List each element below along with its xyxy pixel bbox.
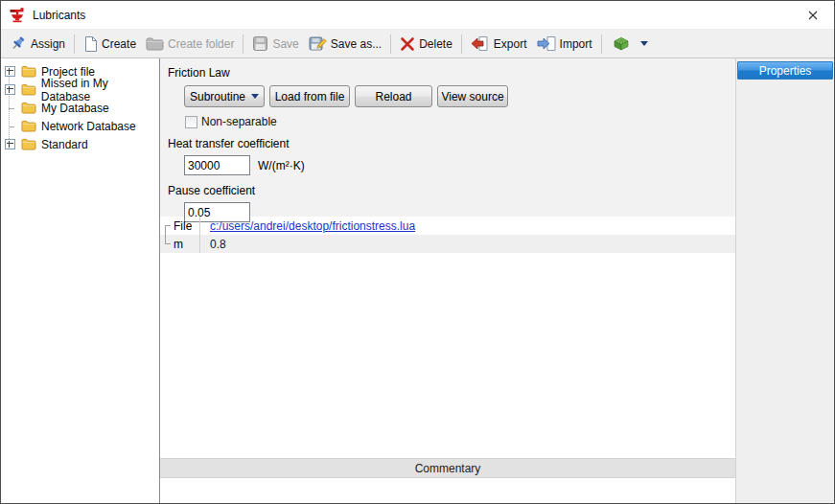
export-icon [471, 35, 490, 52]
folder-icon [21, 102, 36, 114]
close-icon [807, 10, 819, 21]
heat-transfer-unit: W/(m²·K) [258, 159, 305, 172]
friction-law-label: Friction Law [168, 66, 735, 80]
button-label: View source [441, 90, 503, 103]
folder-icon [21, 83, 36, 96]
plugins-button[interactable] [606, 33, 653, 55]
button-label: Reload [375, 90, 411, 103]
heat-transfer-input[interactable] [184, 155, 250, 175]
dropdown-caret-icon [640, 41, 648, 46]
tree-item-standard[interactable]: Standard [1, 135, 159, 153]
lubricant-editor-panel: Friction Law Subroutine Load from file R… [160, 58, 735, 503]
expand-plus-icon[interactable] [5, 139, 15, 149]
tree-item-label: Standard [41, 138, 88, 151]
toolbar-label: Delete [419, 37, 452, 51]
assign-button[interactable]: Assign [5, 33, 70, 55]
new-file-icon [83, 35, 98, 53]
pushpin-icon [10, 35, 27, 52]
app-icon [9, 7, 26, 24]
toolbar-label: Create [102, 37, 136, 51]
toolbar-separator [461, 34, 462, 54]
toolbar-label: Save [272, 37, 298, 51]
dropdown-caret-icon [251, 94, 259, 99]
subroutine-dropdown-button[interactable]: Subroutine [184, 85, 265, 107]
param-tree-line [165, 225, 166, 243]
folder-icon [21, 120, 36, 132]
param-row-file: File c:/users/andrei/desktop/frictionstr… [160, 217, 735, 235]
tree-item-label: Network Database [41, 120, 136, 133]
title-bar: Lubricants [1, 1, 834, 30]
save-button[interactable]: Save [247, 33, 303, 55]
toolbar-separator [74, 34, 75, 54]
toolbar: Assign Create Create folder Save [1, 30, 834, 58]
expand-plus-icon[interactable] [5, 66, 15, 77]
toolbar-separator [601, 34, 602, 54]
delete-button[interactable]: Delete [395, 34, 457, 55]
properties-panel: Properties [735, 58, 834, 503]
save-as-icon [309, 35, 327, 53]
tree-item-network-database[interactable]: Network Database [1, 117, 159, 135]
button-label: Load from file [275, 90, 345, 103]
tree-item-label: My Database [41, 102, 109, 115]
toolbar-label: Create folder [168, 37, 234, 51]
folder-icon [21, 65, 36, 78]
properties-tab[interactable]: Properties [737, 61, 833, 80]
subroutine-params-table: File c:/users/andrei/desktop/frictionstr… [160, 217, 735, 253]
reload-button[interactable]: Reload [355, 85, 432, 107]
param-tree-stub [165, 243, 171, 244]
heat-transfer-label: Heat transfer coefficient [168, 137, 735, 150]
save-as-button[interactable]: Save as... [304, 33, 386, 56]
toolbar-label: Assign [31, 37, 65, 51]
pause-coefficient-label: Pause coefficient [168, 184, 735, 197]
create-folder-button[interactable]: Create folder [141, 34, 239, 54]
commentary-label: Commentary [415, 462, 481, 475]
folder-icon [21, 138, 36, 150]
commentary-header: Commentary [160, 458, 735, 478]
file-path-link[interactable]: c:/users/andrei/desktop/frictionstress.l… [210, 219, 415, 233]
heat-transfer-row: W/(m²·K) [184, 155, 735, 175]
view-source-button[interactable]: View source [437, 85, 508, 107]
database-tree: Project file Missed in My Database My Da… [1, 58, 160, 503]
param-tree-stub [165, 225, 171, 226]
import-icon [537, 35, 556, 52]
create-button[interactable]: Create [79, 33, 141, 56]
toolbar-separator [243, 34, 244, 54]
import-button[interactable]: Import [532, 33, 597, 55]
tree-item-missed-in-my-database[interactable]: Missed in My Database [1, 80, 159, 99]
toolbar-label: Save as... [331, 37, 382, 51]
param-row-m: m 0.8 [160, 235, 735, 253]
save-icon [252, 35, 268, 52]
tree-item-my-database[interactable]: My Database [1, 99, 159, 117]
non-separable-checkbox[interactable] [185, 116, 197, 128]
export-button[interactable]: Export [466, 33, 532, 55]
close-button[interactable] [800, 4, 826, 27]
friction-buttons-row: Subroutine Load from file Reload View so… [184, 85, 735, 107]
non-separable-label: Non-separable [201, 115, 277, 128]
folder-plus-icon [146, 36, 164, 51]
toolbar-separator [390, 34, 391, 54]
delete-icon [400, 36, 415, 52]
properties-tab-label: Properties [759, 64, 812, 78]
commentary-input[interactable] [160, 478, 735, 503]
param-value-text[interactable]: 0.8 [210, 238, 226, 251]
toolbar-label: Import [560, 37, 592, 51]
toolbar-label: Export [494, 37, 527, 51]
friction-section: Friction Law Subroutine Load from file R… [160, 58, 735, 217]
brick-icon [611, 35, 631, 52]
window-title: Lubricants [33, 9, 85, 22]
lubricants-window: Lubricants Assign [0, 0, 835, 504]
load-from-file-button[interactable]: Load from file [269, 85, 350, 107]
content-area: Project file Missed in My Database My Da… [1, 58, 834, 503]
non-separable-row: Non-separable [185, 115, 735, 128]
subroutine-label: Subroutine [190, 90, 245, 103]
expand-plus-icon[interactable] [5, 84, 15, 95]
